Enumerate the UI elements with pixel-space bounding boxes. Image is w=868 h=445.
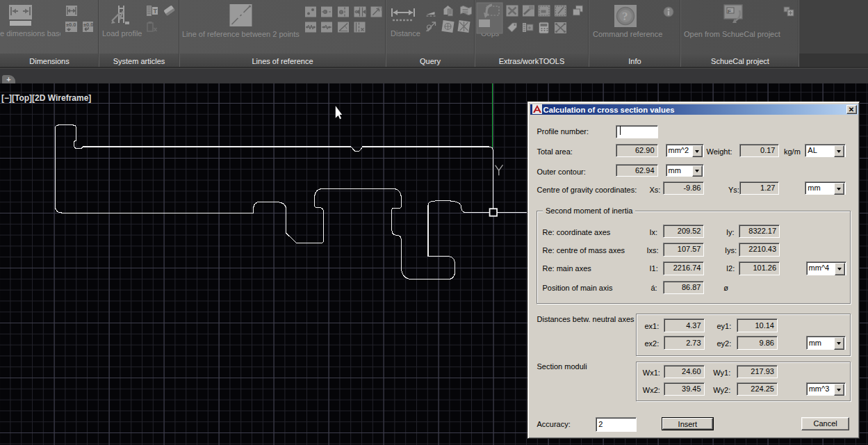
svg-text:T: T <box>154 8 158 15</box>
svg-text:?: ? <box>622 10 628 23</box>
svg-text:F: F <box>728 8 731 15</box>
svg-text:±0.0: ±0.0 <box>83 22 94 28</box>
svg-text:±0.0: ±0.0 <box>66 22 76 28</box>
